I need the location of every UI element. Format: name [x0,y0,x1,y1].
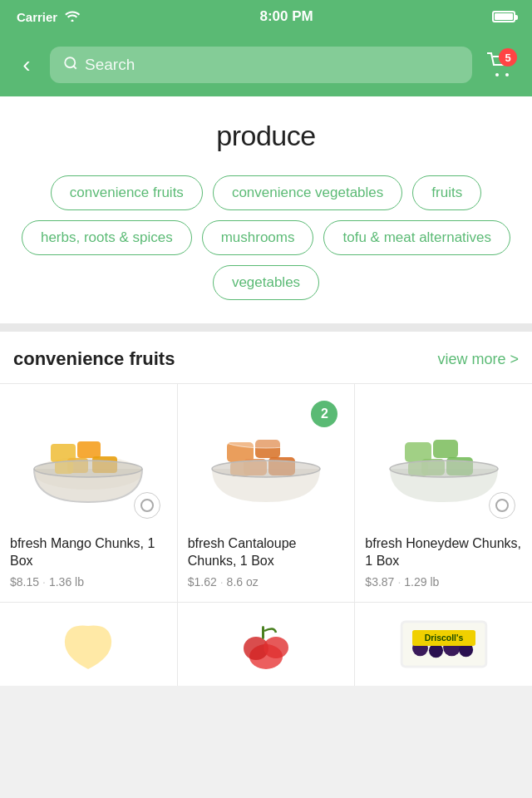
tag-vegetables[interactable]: vegetables [213,265,319,300]
price-honeydew: $3.87 [365,575,394,589]
battery-icon [492,11,515,22]
svg-line-1 [73,66,76,68]
price-cantaloupe: $1.62 [188,575,217,589]
partial-card-1[interactable] [0,603,178,686]
product-name-cantaloupe: bfresh Cantaloupe Chunks, 1 Box [188,535,345,570]
tag-fruits[interactable]: fruits [412,175,481,210]
add-button-honeydew[interactable] [489,492,515,519]
partial-card-2[interactable] [178,603,356,686]
weight-mango: 1.36 lb [49,575,84,589]
product-image-honeydew [365,394,522,527]
svg-point-31 [264,637,288,658]
cart-badge: 5 [499,48,517,66]
svg-rect-6 [77,441,101,458]
svg-point-0 [65,57,75,67]
product-grid-row1: bfresh Mango Chunks, 1 Box $8.15 · 1.36 … [0,383,532,602]
svg-point-3 [505,73,509,76]
svg-point-20 [220,428,312,448]
product-grid-row2: Driscoll's [0,602,532,686]
page-title: produce [13,120,519,152]
view-more-link[interactable]: view more > [437,351,519,368]
partial-card-3[interactable]: Driscoll's [355,603,532,686]
tag-mushrooms[interactable]: mushrooms [202,220,314,255]
search-placeholder: Search [85,56,135,74]
status-bar-right [492,11,515,22]
product-price-cantaloupe: $1.62 · 8.6 oz [188,575,345,589]
add-button-mango[interactable] [134,492,160,519]
product-image-mango [10,394,167,527]
svg-point-12 [141,500,153,511]
price-mango: $8.15 [10,575,39,589]
product-card-honeydew[interactable]: bfresh Honeydew Chunks, 1 Box $3.87 · 1.… [355,384,532,602]
section-title: convenience fruits [13,348,175,370]
status-bar-time: 8:00 PM [259,8,313,25]
page-title-section: produce [0,96,532,169]
tag-herbs-roots-spices[interactable]: herbs, roots & spices [22,220,192,255]
product-card-mango[interactable]: bfresh Mango Chunks, 1 Box $8.15 · 1.36 … [0,384,178,602]
svg-text:Driscoll's: Driscoll's [424,633,463,643]
cart-button[interactable]: 5 [482,47,519,83]
wifi-icon [64,10,81,24]
product-name-honeydew: bfresh Honeydew Chunks, 1 Box [365,535,522,570]
section-header: convenience fruits view more > [0,332,532,383]
product-card-cantaloupe[interactable]: 2 bfresh Cantaloupe Chunks [178,384,356,602]
product-price-mango: $8.15 · 1.36 lb [10,575,167,589]
header: ‹ Search 5 [0,33,532,96]
tag-convenience-fruits[interactable]: convenience fruits [51,175,203,210]
product-name-mango: bfresh Mango Chunks, 1 Box [10,535,167,570]
status-bar-left: Carrier [17,10,81,24]
svg-point-2 [495,73,499,76]
product-section-convenience-fruits: convenience fruits view more > [0,332,532,686]
search-bar[interactable]: Search [50,47,472,83]
tag-tofu-meat-alternatives[interactable]: tofu & meat alternatives [323,220,510,255]
svg-rect-32 [262,626,264,639]
category-tags: convenience fruits convenience vegetable… [0,169,532,323]
svg-rect-22 [433,440,458,458]
status-bar: Carrier 8:00 PM [0,0,532,33]
quantity-badge-cantaloupe: 2 [311,401,337,427]
svg-point-28 [496,500,508,511]
carrier-label: Carrier [17,10,57,24]
tag-convenience-vegetables[interactable]: convenience vegetables [213,175,402,210]
product-price-honeydew: $3.87 · 1.29 lb [365,575,522,589]
weight-honeydew: 1.29 lb [404,575,439,589]
back-button[interactable]: ‹ [13,53,40,76]
search-icon [63,56,78,75]
product-image-cantaloupe: 2 [188,394,345,527]
weight-cantaloupe: 8.6 oz [227,575,259,589]
section-divider [0,323,532,332]
